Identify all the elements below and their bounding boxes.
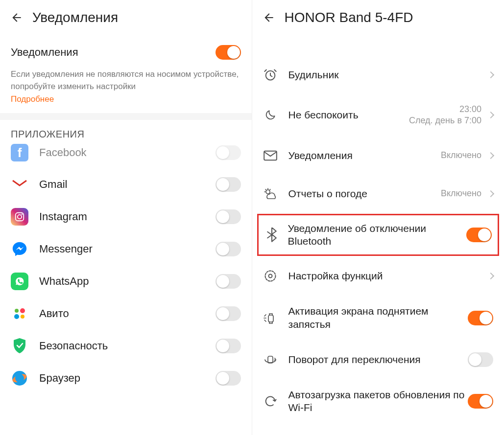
app-row-instagram[interactable]: Instagram: [0, 201, 252, 233]
mail-icon-wrap: [263, 148, 278, 163]
svg-point-13: [265, 271, 275, 281]
app-toggle[interactable]: [216, 145, 241, 160]
setting-row-gear[interactable]: Настройка функций: [252, 257, 504, 295]
setting-toggle[interactable]: [468, 311, 493, 325]
mail-icon: [264, 150, 277, 161]
setting-text: Не беспокоить: [288, 109, 409, 121]
setting-row-weather[interactable]: Отчеты о погодеВключено: [252, 175, 504, 213]
app-toggle[interactable]: [216, 339, 241, 353]
setting-row-mail[interactable]: УведомленияВключено: [252, 137, 504, 175]
setting-label: Отчеты о погоде: [288, 187, 441, 200]
svg-point-12: [266, 190, 270, 194]
bluetooth-icon: [266, 228, 277, 242]
page-title: Уведомления: [32, 10, 118, 25]
app-label: Браузер: [39, 372, 216, 385]
notifications-toggle-row[interactable]: Уведомления: [0, 36, 252, 69]
app-toggle[interactable]: [216, 371, 241, 386]
app-label: Безопасность: [39, 340, 216, 352]
wrist-raise-icon: [263, 311, 278, 325]
setting-value: Включено: [441, 150, 481, 161]
app-toggle[interactable]: [216, 209, 241, 224]
weather-icon: [263, 188, 278, 200]
setting-label: Автозагрузка пакетов обновления по Wi-Fi: [288, 389, 468, 414]
app-row-messenger[interactable]: Messenger: [0, 233, 252, 265]
setting-text: Поворот для переключения: [288, 353, 468, 366]
app-toggle[interactable]: [216, 274, 241, 289]
setting-text: Будильник: [288, 69, 485, 81]
help-link[interactable]: Подробнее: [11, 94, 54, 104]
chevron-right-icon: [487, 190, 494, 197]
setting-row-refresh[interactable]: Автозагрузка пакетов обновления по Wi-Fi: [252, 379, 504, 424]
svg-point-9: [15, 374, 24, 383]
app-label: Messenger: [39, 243, 216, 255]
setting-label: Будильник: [288, 69, 485, 81]
refresh-icon-wrap: [263, 394, 278, 409]
whatsapp-icon: [11, 273, 28, 290]
page-title: HONOR Band 5-4FD: [285, 10, 413, 25]
app-label: Gmail: [39, 178, 216, 191]
setting-row-rotate[interactable]: Поворот для переключения: [252, 341, 504, 379]
setting-label: Настройка функций: [288, 270, 485, 282]
facebook-icon: f: [11, 144, 28, 161]
setting-toggle[interactable]: [468, 394, 493, 409]
app-row-browser[interactable]: Браузер: [0, 362, 252, 394]
app-label: Instagram: [39, 210, 216, 223]
gear-icon: [264, 269, 277, 283]
chevron-right-icon: [487, 112, 494, 118]
setting-text: Настройка функций: [288, 270, 485, 282]
svg-point-5: [14, 314, 19, 319]
alarm-icon: [264, 68, 277, 82]
back-button[interactable]: [10, 11, 24, 24]
rotate-icon-wrap: [263, 352, 278, 367]
setting-label: Уведомление об отключении Bluetooth: [288, 222, 467, 248]
app-toggle[interactable]: [216, 177, 241, 192]
security-icon: [11, 337, 28, 355]
help-block: Если уведомления не появляются на носимо…: [0, 69, 252, 113]
refresh-icon: [264, 394, 277, 408]
chevron-right-icon: [487, 152, 494, 159]
app-row-security[interactable]: Безопасность: [0, 330, 252, 362]
apps-section-title: ПРИЛОЖЕНИЯ: [0, 120, 252, 144]
svg-point-2: [22, 214, 23, 215]
app-row-avito[interactable]: Авито: [0, 298, 252, 330]
svg-point-3: [15, 309, 19, 313]
chevron-right-icon: [487, 71, 494, 78]
browser-icon: [11, 369, 28, 387]
help-text: Если уведомления не появляются на носимо…: [11, 69, 241, 92]
setting-value: Включено: [441, 188, 481, 199]
app-label: Facebook: [39, 146, 216, 159]
rotate-wrist-icon: [263, 353, 278, 366]
notifications-panel: Уведомления Уведомления Если уведомления…: [0, 0, 252, 435]
header-left: Уведомления: [0, 0, 252, 36]
setting-row-wrist[interactable]: Активация экрана поднятием запястья: [252, 295, 504, 341]
notifications-toggle[interactable]: [216, 45, 241, 60]
weather-icon-wrap: [263, 186, 278, 201]
alarm-icon-wrap: [263, 68, 278, 82]
section-divider: [0, 113, 252, 120]
app-toggle[interactable]: [216, 306, 241, 321]
gear-icon-wrap: [263, 269, 278, 283]
chevron-right-icon: [487, 273, 494, 279]
app-row-facebook[interactable]: fFacebook: [0, 144, 252, 168]
back-arrow-icon: [263, 11, 275, 24]
app-row-gmail[interactable]: Gmail: [0, 168, 252, 201]
setting-row-alarm[interactable]: Будильник: [252, 56, 504, 94]
setting-text: Уведомление об отключении Bluetooth: [288, 222, 467, 248]
setting-row-moon[interactable]: Не беспокоить23:00След. день в 7:00: [252, 94, 504, 137]
notifications-toggle-label: Уведомления: [11, 46, 216, 59]
back-button[interactable]: [262, 11, 276, 24]
setting-toggle[interactable]: [466, 228, 492, 242]
messenger-icon: [11, 240, 28, 258]
svg-point-1: [18, 215, 22, 219]
app-row-whatsapp[interactable]: WhatsApp: [0, 265, 252, 298]
app-toggle[interactable]: [216, 242, 241, 256]
bluetooth-icon-wrap: [264, 228, 279, 242]
app-label: WhatsApp: [39, 275, 216, 288]
back-arrow-icon: [10, 11, 23, 24]
svg-point-6: [21, 315, 24, 319]
device-panel: HONOR Band 5-4FD БудильникНе беспокоить2…: [252, 0, 504, 435]
setting-row-bluetooth[interactable]: Уведомление об отключении Bluetooth: [257, 214, 500, 256]
moon-icon-wrap: [263, 108, 278, 122]
setting-toggle[interactable]: [468, 352, 493, 367]
svg-point-14: [268, 275, 272, 278]
